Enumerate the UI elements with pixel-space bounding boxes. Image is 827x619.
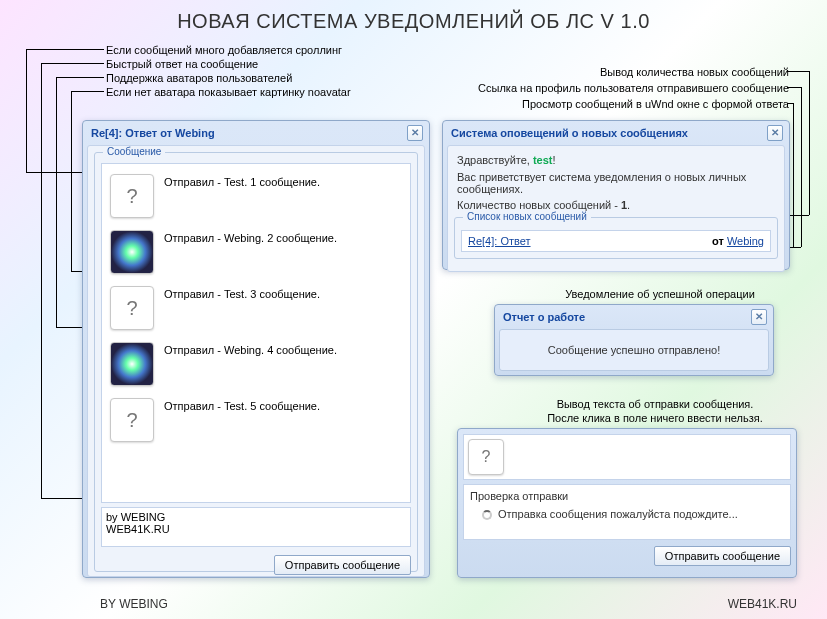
- message-text: Отправил - Test. 3 сообщение.: [164, 286, 320, 300]
- message-row: Re[4]: Ответ от Webing: [461, 230, 771, 252]
- list-item: Отправил - Webing. 4 сообщение.: [106, 336, 406, 392]
- group-label: Список новых сообщений: [463, 211, 591, 222]
- group-label: Сообщение: [103, 146, 165, 157]
- footer-credit: BY WEBING: [100, 597, 168, 611]
- annotation: Поддержка аватаров пользователей: [106, 72, 292, 84]
- spinner-icon: [482, 510, 492, 520]
- avatar-image: [110, 230, 154, 274]
- from-cell: от Webing: [712, 235, 764, 247]
- username: test: [533, 154, 553, 166]
- annotation: Быстрый ответ на сообщение: [106, 58, 258, 70]
- annotation: Если нет аватара показывает картинку noa…: [106, 86, 351, 98]
- window-title: Отчет о работе: [503, 311, 585, 323]
- message-text: Отправил - Test. 1 сообщение.: [164, 174, 320, 188]
- profile-link[interactable]: Webing: [727, 235, 764, 247]
- reply-window: Re[4]: Ответ от Webing ✕ Сообщение ? Отп…: [82, 120, 430, 578]
- text: !: [553, 154, 556, 166]
- send-button[interactable]: Отправить сообщение: [654, 546, 791, 566]
- close-button[interactable]: ✕: [751, 309, 767, 325]
- annotation: Ссылка на профиль пользователя отправивш…: [478, 82, 789, 94]
- subject-link[interactable]: Re[4]: Ответ: [468, 235, 531, 247]
- sending-editor[interactable]: Проверка отправки Отправка сообщения пож…: [463, 484, 791, 540]
- window-title: Система оповещений о новых сообщениях: [451, 127, 688, 139]
- annotation: Уведомление об успешной операции: [530, 288, 790, 300]
- window-title: Re[4]: Ответ от Webing: [91, 127, 215, 139]
- status-text: Отправка сообщения пожалуйста подождите.…: [498, 508, 738, 520]
- close-button[interactable]: ✕: [767, 125, 783, 141]
- annotation: Вывод количества новых сообщений: [600, 66, 789, 78]
- sending-window: ? Проверка отправки Отправка сообщения п…: [457, 428, 797, 578]
- text: .: [627, 199, 630, 211]
- check-label: Проверка отправки: [470, 490, 784, 502]
- message-list[interactable]: ? Отправил - Test. 1 сообщение. Отправил…: [101, 163, 411, 503]
- list-item: ? Отправил - Test. 3 сообщение.: [106, 280, 406, 336]
- annotation: Вывод текста об отправки сообщения.: [520, 398, 790, 410]
- notify-window: Система оповещений о новых сообщениях ✕ …: [442, 120, 790, 270]
- report-window: Отчет о работе ✕ Сообщение успешно отпра…: [494, 304, 774, 376]
- text: Количество новых сообщений -: [457, 199, 621, 211]
- text: Здравствуйте,: [457, 154, 533, 166]
- greeting: Здравствуйте, test!: [457, 154, 775, 166]
- quote-area: ?: [463, 434, 791, 480]
- reply-textarea[interactable]: [101, 507, 411, 547]
- status-line: Отправка сообщения пожалуйста подождите.…: [470, 508, 784, 520]
- annotation: После клика в поле ничего ввести нельзя.: [520, 412, 790, 424]
- message-text: Отправил - Test. 5 сообщение.: [164, 398, 320, 412]
- avatar-image: [110, 342, 154, 386]
- close-button[interactable]: ✕: [407, 125, 423, 141]
- noavatar-icon: ?: [110, 286, 154, 330]
- noavatar-icon: ?: [110, 174, 154, 218]
- list-item: ? Отправил - Test. 1 сообщение.: [106, 168, 406, 224]
- page-title: НОВАЯ СИСТЕМА УВЕДОМЛЕНИЙ ОБ ЛС V 1.0: [0, 0, 827, 39]
- welcome-text: Вас приветствует система уведомления о н…: [457, 171, 775, 195]
- annotation: Просмотр сообщений в uWnd окне с формой …: [522, 98, 789, 110]
- annotation: Если сообщений много добавляется сроллин…: [106, 44, 342, 56]
- text: от: [712, 235, 727, 247]
- report-body: Сообщение успешно отправлено!: [499, 329, 769, 371]
- noavatar-icon: ?: [110, 398, 154, 442]
- noavatar-icon: ?: [468, 439, 504, 475]
- list-item: Отправил - Webing. 2 сообщение.: [106, 224, 406, 280]
- message-text: Отправил - Webing. 4 сообщение.: [164, 342, 337, 356]
- message-text: Отправил - Webing. 2 сообщение.: [164, 230, 337, 244]
- list-item: ? Отправил - Test. 5 сообщение.: [106, 392, 406, 448]
- count-line: Количество новых сообщений - 1.: [457, 199, 775, 211]
- footer-site: WEB41K.RU: [728, 597, 797, 611]
- send-button[interactable]: Отправить сообщение: [274, 555, 411, 575]
